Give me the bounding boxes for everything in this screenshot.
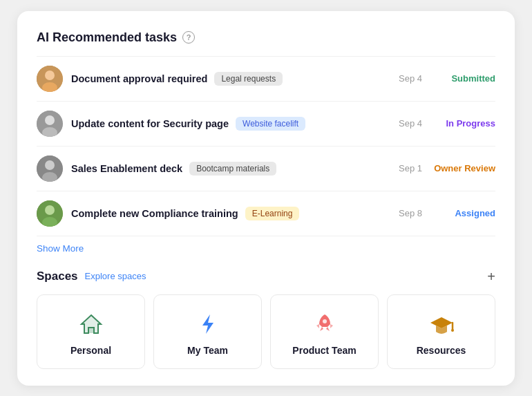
space-label: Resources bbox=[417, 345, 466, 356]
space-card-resources[interactable]: Resources bbox=[387, 294, 495, 369]
spaces-title: Spaces bbox=[37, 270, 78, 283]
task-name: Document approval required bbox=[71, 73, 207, 84]
space-card-personal[interactable]: Personal bbox=[37, 294, 145, 369]
main-card: AI Recommended tasks ? Document approval… bbox=[17, 11, 515, 386]
svg-point-4 bbox=[45, 115, 55, 125]
task-date: Sep 1 bbox=[399, 163, 422, 173]
svg-point-14 bbox=[323, 319, 327, 323]
svg-marker-15 bbox=[430, 317, 453, 328]
svg-point-1 bbox=[45, 70, 55, 80]
task-list: Document approval required Legal request… bbox=[37, 56, 495, 236]
task-status: In Progress bbox=[433, 118, 495, 129]
task-name: Update content for Security page bbox=[71, 118, 229, 129]
svg-point-7 bbox=[45, 160, 55, 170]
space-card-my-team[interactable]: My Team bbox=[153, 294, 262, 369]
space-label: Product Team bbox=[292, 345, 356, 356]
task-info: Sales Enablement deck Bootcamp materials bbox=[71, 162, 390, 176]
lightning-icon bbox=[194, 310, 222, 338]
spaces-grid: Personal My Team Product Team bbox=[37, 294, 495, 369]
task-name: Complete new Compliance training bbox=[71, 208, 238, 219]
avatar bbox=[37, 66, 63, 92]
space-card-product-team[interactable]: Product Team bbox=[270, 294, 379, 369]
section-title-text: AI Recommended tasks bbox=[37, 30, 177, 45]
task-meta: Sep 4 Submitted bbox=[399, 73, 495, 84]
space-label: Personal bbox=[70, 345, 111, 356]
task-name: Sales Enablement deck bbox=[71, 163, 182, 174]
task-status: Assigned bbox=[433, 208, 495, 218]
help-icon[interactable]: ? bbox=[182, 31, 195, 44]
task-row[interactable]: Complete new Compliance training E-Learn… bbox=[37, 191, 495, 236]
avatar bbox=[37, 155, 63, 182]
task-tag: Bootcamp materials bbox=[189, 162, 276, 176]
show-more-button[interactable]: Show More bbox=[37, 243, 84, 254]
avatar bbox=[37, 111, 63, 137]
home-icon bbox=[77, 310, 105, 338]
svg-rect-12 bbox=[88, 328, 94, 333]
explore-spaces-link[interactable]: Explore spaces bbox=[85, 271, 146, 281]
task-tag: Website facelift bbox=[236, 117, 305, 131]
section-header: AI Recommended tasks ? bbox=[37, 30, 495, 45]
task-date: Sep 4 bbox=[399, 73, 422, 84]
graduation-icon bbox=[428, 310, 455, 338]
svg-point-10 bbox=[45, 205, 55, 215]
spaces-header: Spaces Explore spaces + bbox=[37, 270, 495, 283]
task-row[interactable]: Sales Enablement deck Bootcamp materials… bbox=[37, 147, 495, 191]
svg-point-17 bbox=[451, 329, 454, 332]
task-info: Document approval required Legal request… bbox=[71, 72, 390, 86]
task-info: Update content for Security page Website… bbox=[71, 117, 390, 131]
task-meta: Sep 4 In Progress bbox=[399, 118, 495, 129]
task-meta: Sep 1 Owner Review bbox=[399, 163, 495, 173]
task-tag: Legal requests bbox=[214, 72, 283, 86]
space-label: My Team bbox=[187, 345, 228, 356]
task-status: Submitted bbox=[433, 73, 495, 84]
task-row[interactable]: Document approval required Legal request… bbox=[37, 57, 495, 102]
avatar bbox=[37, 200, 63, 227]
task-status: Owner Review bbox=[433, 163, 495, 173]
task-meta: Sep 8 Assigned bbox=[399, 208, 495, 218]
add-space-button[interactable]: + bbox=[487, 270, 495, 283]
task-date: Sep 8 bbox=[399, 208, 422, 218]
rocket-icon bbox=[311, 310, 339, 338]
task-date: Sep 4 bbox=[399, 118, 422, 129]
spaces-title-group: Spaces Explore spaces bbox=[37, 270, 146, 283]
task-row[interactable]: Update content for Security page Website… bbox=[37, 102, 495, 147]
svg-marker-13 bbox=[202, 314, 213, 334]
task-info: Complete new Compliance training E-Learn… bbox=[71, 207, 390, 220]
task-tag: E-Learning bbox=[245, 207, 300, 220]
